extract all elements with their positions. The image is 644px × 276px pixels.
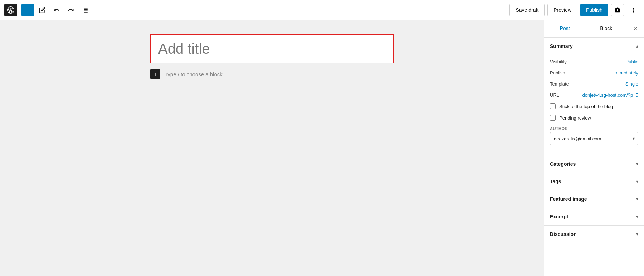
summary-title: Summary bbox=[550, 43, 573, 49]
discussion-title: Discussion bbox=[550, 231, 577, 237]
template-row: Template Single bbox=[550, 78, 638, 89]
featured-image-chevron-icon: ▾ bbox=[636, 197, 638, 202]
pending-review-row: Pending review bbox=[550, 112, 638, 124]
visibility-value[interactable]: Public bbox=[626, 59, 638, 64]
inline-add-block-button[interactable] bbox=[150, 69, 160, 79]
excerpt-section: Excerpt ▾ bbox=[544, 208, 644, 226]
featured-image-title: Featured image bbox=[550, 196, 587, 202]
summary-section-header[interactable]: Summary ▴ bbox=[544, 38, 644, 55]
publish-label: Publish bbox=[550, 70, 565, 76]
main-layout: Type / to choose a block Post Block Summ… bbox=[0, 20, 644, 276]
url-row: URL donjetv4.sg-host.com/?p=5 bbox=[550, 89, 638, 101]
block-hint-row: Type / to choose a block bbox=[150, 69, 394, 79]
editor-area: Type / to choose a block bbox=[0, 20, 544, 276]
stick-top-row: Stick to the top of the blog bbox=[550, 101, 638, 112]
sidebar-tabs: Post Block bbox=[544, 20, 644, 38]
toolbar-left bbox=[4, 4, 508, 16]
publish-button[interactable]: Publish bbox=[580, 4, 608, 16]
summary-section: Summary ▴ Visibility Public Publish Imme… bbox=[544, 38, 644, 155]
save-draft-button[interactable]: Save draft bbox=[509, 4, 545, 16]
add-block-button[interactable] bbox=[21, 4, 34, 16]
editor-content: Type / to choose a block bbox=[150, 34, 394, 79]
stick-top-checkbox[interactable] bbox=[550, 103, 556, 109]
tags-section: Tags ▾ bbox=[544, 173, 644, 190]
template-value[interactable]: Single bbox=[625, 81, 638, 87]
pending-review-checkbox[interactable] bbox=[550, 115, 556, 121]
featured-image-section: Featured image ▾ bbox=[544, 190, 644, 208]
visibility-label: Visibility bbox=[550, 59, 567, 64]
list-view-button[interactable] bbox=[79, 4, 92, 16]
toolbar-right: Save draft Preview Publish bbox=[509, 4, 640, 16]
discussion-section-header[interactable]: Discussion ▾ bbox=[544, 226, 644, 243]
tags-chevron-icon: ▾ bbox=[636, 179, 638, 184]
sidebar-close-button[interactable] bbox=[627, 20, 644, 37]
tags-title: Tags bbox=[550, 179, 561, 184]
summary-chevron-icon: ▴ bbox=[636, 44, 638, 49]
categories-title: Categories bbox=[550, 161, 576, 167]
toolbar: Save draft Preview Publish bbox=[0, 0, 644, 20]
publish-row: Publish Immediately bbox=[550, 67, 638, 78]
url-value[interactable]: donjetv4.sg-host.com/?p=5 bbox=[582, 92, 638, 98]
categories-section-header[interactable]: Categories ▾ bbox=[544, 155, 644, 173]
title-input[interactable] bbox=[158, 41, 386, 57]
tab-block[interactable]: Block bbox=[586, 20, 627, 37]
wp-logo bbox=[4, 4, 17, 16]
author-label: AUTHOR bbox=[550, 124, 638, 132]
excerpt-section-header[interactable]: Excerpt ▾ bbox=[544, 208, 644, 225]
publish-value[interactable]: Immediately bbox=[613, 70, 638, 76]
author-section: AUTHOR deezgrafix@gmail.com bbox=[550, 124, 638, 149]
summary-content: Visibility Public Publish Immediately Te… bbox=[544, 55, 644, 155]
tags-section-header[interactable]: Tags ▾ bbox=[544, 173, 644, 190]
author-select-wrapper: deezgrafix@gmail.com bbox=[550, 132, 638, 145]
featured-image-section-header[interactable]: Featured image ▾ bbox=[544, 190, 644, 208]
categories-section: Categories ▾ bbox=[544, 155, 644, 173]
url-label: URL bbox=[550, 92, 559, 98]
more-options-button[interactable] bbox=[627, 4, 640, 16]
preview-button[interactable]: Preview bbox=[547, 4, 577, 16]
tab-post[interactable]: Post bbox=[544, 20, 586, 37]
pending-review-label: Pending review bbox=[559, 115, 591, 121]
settings-button[interactable] bbox=[611, 4, 624, 16]
visibility-row: Visibility Public bbox=[550, 56, 638, 67]
block-hint-text: Type / to choose a block bbox=[165, 71, 223, 77]
stick-top-label: Stick to the top of the blog bbox=[559, 104, 613, 109]
sidebar: Post Block Summary ▴ Visibility Public P… bbox=[544, 20, 644, 276]
title-block bbox=[150, 34, 394, 63]
redo-button[interactable] bbox=[64, 4, 77, 16]
excerpt-title: Excerpt bbox=[550, 214, 568, 219]
discussion-section: Discussion ▾ bbox=[544, 226, 644, 243]
discussion-chevron-icon: ▾ bbox=[636, 232, 638, 237]
excerpt-chevron-icon: ▾ bbox=[636, 214, 638, 219]
categories-chevron-icon: ▾ bbox=[636, 161, 638, 166]
edit-button[interactable] bbox=[36, 4, 49, 16]
template-label: Template bbox=[550, 81, 569, 87]
undo-button[interactable] bbox=[50, 4, 63, 16]
author-select[interactable]: deezgrafix@gmail.com bbox=[550, 132, 638, 145]
